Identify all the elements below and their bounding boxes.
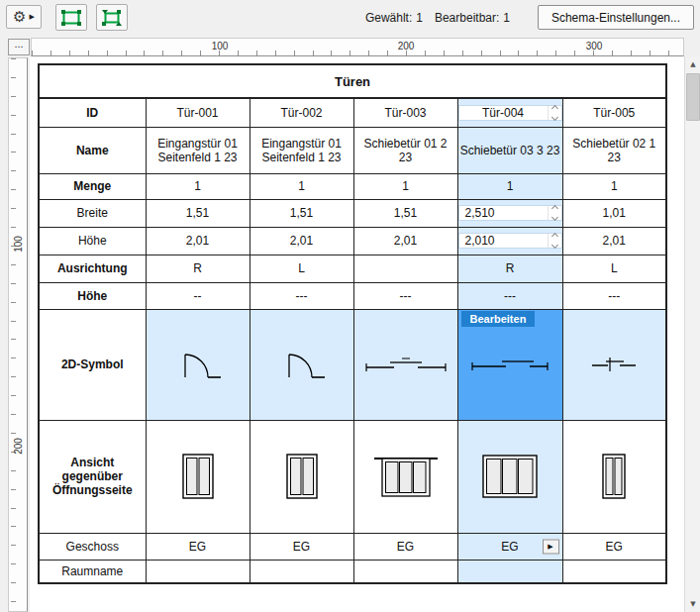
selection-status: Gewählt:1Bearbeitbar:1 bbox=[365, 11, 522, 25]
cell-hoehe2-5[interactable]: --- bbox=[562, 282, 666, 309]
row-label-geschoss: Geschoss bbox=[39, 533, 146, 560]
stepper-down-icon[interactable] bbox=[550, 242, 557, 249]
gewaehlt-label: Gewählt: bbox=[365, 11, 412, 25]
cell-ansicht-5[interactable] bbox=[562, 420, 666, 533]
cell-name-3[interactable]: Schiebetür 01 2 23 bbox=[353, 127, 457, 173]
cell-hoehe2-4[interactable]: --- bbox=[457, 282, 562, 309]
id-stepper bbox=[548, 106, 561, 120]
cell-symbol-5[interactable] bbox=[562, 309, 666, 420]
cell-id-tuer003[interactable]: Tür-003 bbox=[353, 98, 457, 127]
options-button[interactable]: ⚙ ▶ bbox=[6, 5, 42, 29]
transform-region-icon bbox=[101, 9, 123, 27]
cell-geschoss-3[interactable]: EG bbox=[353, 533, 457, 560]
cell-hoehe2-2[interactable]: --- bbox=[250, 282, 353, 309]
row-menge: Menge 1 1 1 1 1 bbox=[39, 173, 666, 199]
jump-to-story-button[interactable]: ▶ bbox=[543, 539, 559, 554]
id-edit-value[interactable]: Tür-004 bbox=[459, 106, 548, 120]
cell-menge-2[interactable]: 1 bbox=[250, 173, 353, 199]
row-label-raumname: Raumname bbox=[39, 560, 146, 583]
cell-menge-1[interactable]: 1 bbox=[146, 173, 250, 199]
cell-name-4[interactable]: Schiebetür 03 3 23 bbox=[457, 127, 562, 173]
cell-name-2[interactable]: Eingangstür 01 Seitenfeld 1 23 bbox=[250, 127, 353, 173]
cell-geschoss-4[interactable]: EG ▶ bbox=[457, 533, 562, 560]
cell-raumname-2[interactable] bbox=[250, 560, 353, 583]
row-ausrichtung: Ausrichtung R L R L bbox=[39, 255, 666, 282]
cell-raumname-3[interactable] bbox=[353, 560, 457, 583]
horizontal-ruler: 100 200 300 bbox=[31, 38, 684, 56]
h-ruler-mark-300: 300 bbox=[586, 41, 603, 51]
scroll-up-button[interactable]: ▲ bbox=[685, 56, 700, 72]
cell-id-tuer004[interactable]: Tür-004 bbox=[457, 98, 562, 127]
cell-breite-4[interactable]: 2,510 bbox=[457, 199, 562, 227]
dropdown-arrow-icon: ▶ bbox=[30, 13, 35, 21]
cell-id-tuer002[interactable]: Tür-002 bbox=[250, 98, 353, 127]
cell-hoehe2-3[interactable]: --- bbox=[353, 282, 457, 309]
schedule-canvas: Türen ID Tür-001 Tür-002 Tür-003 Tür-004 bbox=[30, 56, 684, 612]
hoehe-edit-value[interactable]: 2,010 bbox=[459, 234, 548, 248]
cell-ansicht-2[interactable] bbox=[250, 420, 353, 533]
scrollbar-thumb[interactable] bbox=[686, 73, 700, 121]
cell-hoehe-2[interactable]: 2,01 bbox=[250, 227, 353, 255]
cell-ansicht-4[interactable] bbox=[457, 420, 562, 533]
cell-breite-1[interactable]: 1,51 bbox=[146, 199, 250, 227]
cell-ansicht-3[interactable] bbox=[353, 420, 457, 533]
h-ruler-mark-200: 200 bbox=[398, 41, 415, 51]
schedule-title: Türen bbox=[39, 64, 666, 98]
cell-geschoss-2[interactable]: EG bbox=[250, 533, 353, 560]
cell-hoehe-5[interactable]: 2,01 bbox=[562, 227, 666, 255]
cell-hoehe-3[interactable]: 2,01 bbox=[353, 227, 457, 255]
row-breite: Breite 1,51 1,51 1,51 2,510 1,01 bbox=[39, 199, 666, 227]
select-region-button[interactable] bbox=[55, 4, 87, 31]
id-edit-field[interactable]: Tür-004 bbox=[458, 105, 562, 121]
breite-edit-value[interactable]: 2,510 bbox=[459, 206, 548, 220]
cell-menge-3[interactable]: 1 bbox=[353, 173, 457, 199]
cell-menge-4[interactable]: 1 bbox=[457, 173, 562, 199]
stepper-up-icon[interactable] bbox=[550, 233, 557, 240]
cell-geschoss-1[interactable]: EG bbox=[146, 533, 250, 560]
cell-name-1[interactable]: Eingangstür 01 Seitenfeld 1 23 bbox=[146, 127, 250, 173]
cell-menge-5[interactable]: 1 bbox=[562, 173, 666, 199]
cell-raumname-1[interactable] bbox=[146, 560, 250, 583]
sliding-door-icon bbox=[470, 356, 550, 373]
cell-geschoss-5[interactable]: EG bbox=[562, 533, 666, 560]
jump-arrow-icon: ▶ bbox=[548, 543, 552, 551]
cell-id-tuer005[interactable]: Tür-005 bbox=[562, 98, 666, 127]
cell-symbol-3[interactable] bbox=[353, 309, 457, 420]
update-selection-button[interactable] bbox=[96, 4, 128, 31]
cell-raumname-5[interactable] bbox=[562, 560, 666, 583]
cell-ausrichtung-3[interactable] bbox=[353, 255, 457, 282]
cell-ausrichtung-4[interactable]: R bbox=[457, 255, 562, 282]
stepper-down-icon[interactable] bbox=[550, 214, 557, 221]
cell-symbol-4-selected[interactable]: Bearbeiten bbox=[457, 309, 562, 420]
cell-ausrichtung-2[interactable]: L bbox=[250, 255, 353, 282]
scroll-down-button[interactable]: ▼ bbox=[685, 596, 700, 612]
cell-hoehe-4[interactable]: 2,010 bbox=[457, 227, 562, 255]
row-label-2d-symbol: 2D-Symbol bbox=[39, 309, 146, 420]
row-hoehe: Höhe 2,01 2,01 2,01 2,010 2,01 bbox=[39, 227, 666, 255]
stepper-up-icon[interactable] bbox=[550, 205, 557, 212]
cell-hoehe2-1[interactable]: -- bbox=[146, 282, 250, 309]
schema-settings-button[interactable]: Schema-Einstellungen... bbox=[538, 5, 694, 30]
cell-ausrichtung-1[interactable]: R bbox=[146, 255, 250, 282]
cell-ansicht-1[interactable] bbox=[146, 420, 250, 533]
cell-raumname-4[interactable] bbox=[457, 560, 562, 583]
cell-name-5[interactable]: Schiebetür 02 1 23 bbox=[562, 127, 666, 173]
cell-ausrichtung-5[interactable]: L bbox=[562, 255, 666, 282]
cell-hoehe-1[interactable]: 2,01 bbox=[146, 227, 250, 255]
cell-breite-5[interactable]: 1,01 bbox=[562, 199, 666, 227]
cell-breite-3[interactable]: 1,51 bbox=[353, 199, 457, 227]
hoehe-edit-field[interactable]: 2,010 bbox=[458, 233, 562, 249]
cell-breite-2[interactable]: 1,51 bbox=[250, 199, 353, 227]
ruler-options-button[interactable]: ... bbox=[8, 39, 30, 55]
vertical-scrollbar[interactable]: ▲ ▼ bbox=[684, 56, 700, 612]
cell-id-tuer001[interactable]: Tür-001 bbox=[146, 98, 250, 127]
vertical-ruler: 100 200 bbox=[8, 57, 28, 612]
row-name: Name Eingangstür 01 Seitenfeld 1 23 Eing… bbox=[39, 127, 666, 173]
bearbeiten-button[interactable]: Bearbeiten bbox=[461, 311, 536, 327]
stepper-up-icon[interactable] bbox=[550, 105, 557, 112]
geschoss-value[interactable]: EG bbox=[501, 540, 518, 554]
cell-symbol-1[interactable] bbox=[146, 309, 250, 420]
cell-symbol-2[interactable] bbox=[250, 309, 353, 420]
breite-edit-field[interactable]: 2,510 bbox=[458, 205, 562, 221]
stepper-down-icon[interactable] bbox=[550, 114, 557, 121]
